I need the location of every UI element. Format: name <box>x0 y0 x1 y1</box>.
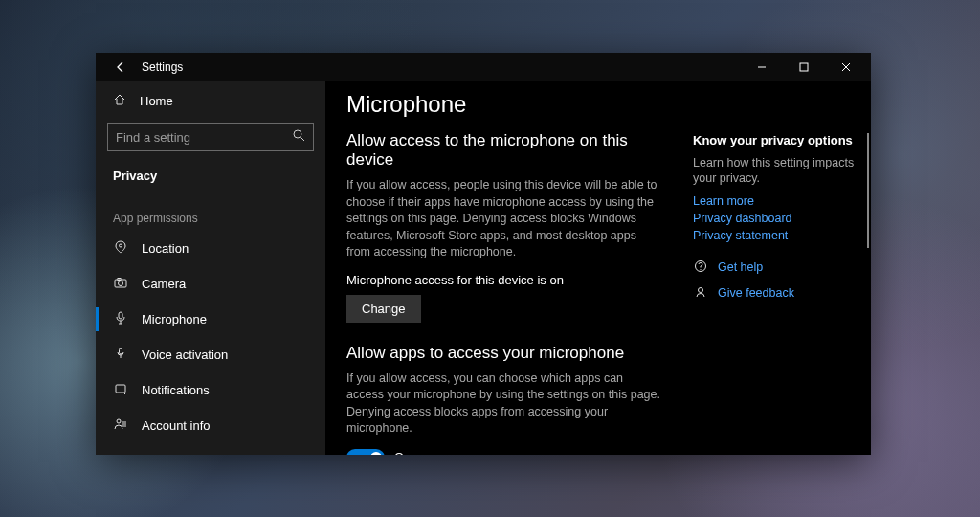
account-icon <box>113 417 128 434</box>
nav-voice-activation[interactable]: Voice activation <box>96 337 325 372</box>
window-title: Settings <box>142 60 183 74</box>
nav-label: Notifications <box>142 383 210 397</box>
privacy-options-heading: Know your privacy options <box>693 133 859 147</box>
learn-more-link[interactable]: Learn more <box>693 194 859 208</box>
titlebar: Settings <box>96 53 871 81</box>
voice-icon <box>113 347 128 363</box>
svg-point-15 <box>700 268 701 269</box>
location-icon <box>113 240 128 257</box>
get-help-row[interactable]: Get help <box>693 259 859 276</box>
nav-location[interactable]: Location <box>96 231 325 266</box>
svg-point-8 <box>119 281 123 286</box>
section1-heading: Allow access to the microphone on this d… <box>346 131 670 169</box>
svg-rect-1 <box>800 63 808 71</box>
nav-label: Camera <box>142 277 186 291</box>
feedback-icon <box>693 285 708 302</box>
group-label: App permissions <box>96 192 325 231</box>
toggle-state-label: On <box>394 450 411 455</box>
nav-label: Location <box>142 241 189 256</box>
change-button[interactable]: Change <box>346 295 421 323</box>
nav-microphone[interactable]: Microphone <box>96 302 325 337</box>
device-access-status: Microphone access for this device is on <box>346 273 670 287</box>
give-feedback-row[interactable]: Give feedback <box>693 285 859 302</box>
section2-desc: If you allow access, you can choose whic… <box>346 371 662 438</box>
microphone-icon <box>113 311 128 327</box>
svg-point-6 <box>120 244 122 247</box>
maximize-button[interactable] <box>783 54 825 80</box>
svg-point-16 <box>699 287 703 292</box>
page-title: Microphone <box>346 91 670 118</box>
back-button[interactable] <box>107 54 134 80</box>
nav-label: Voice activation <box>142 348 228 362</box>
scrollbar[interactable] <box>867 133 869 248</box>
help-icon <box>693 259 708 276</box>
privacy-options-desc: Learn how this setting impacts your priv… <box>693 155 859 187</box>
nav-label: Microphone <box>142 312 207 326</box>
give-feedback-link: Give feedback <box>718 286 794 300</box>
home-label: Home <box>140 94 173 108</box>
minimize-button[interactable] <box>741 54 783 80</box>
nav-account-info[interactable]: Account info <box>96 408 325 443</box>
search-input[interactable] <box>116 130 293 145</box>
home-icon <box>113 93 126 109</box>
svg-rect-10 <box>119 312 122 319</box>
svg-point-13 <box>117 419 121 423</box>
category-label: Privacy <box>96 161 325 192</box>
notifications-icon <box>113 382 128 398</box>
svg-line-5 <box>301 137 304 141</box>
nav-label: Account info <box>142 418 211 433</box>
section1-desc: If you allow access, people using this d… <box>346 177 662 261</box>
svg-rect-12 <box>116 385 125 393</box>
apps-access-toggle[interactable] <box>346 449 385 456</box>
svg-rect-11 <box>120 348 122 354</box>
sidebar: Home Privacy App permissions Location <box>96 81 325 455</box>
main-content: Microphone Allow access to the microphon… <box>325 81 689 455</box>
home-nav[interactable]: Home <box>96 85 325 117</box>
svg-point-4 <box>294 130 301 138</box>
privacy-statement-link[interactable]: Privacy statement <box>693 229 859 242</box>
nav-camera[interactable]: Camera <box>96 266 325 302</box>
right-column: Know your privacy options Learn how this… <box>689 81 871 455</box>
search-box[interactable] <box>107 123 314 151</box>
settings-window: Settings Home <box>96 53 871 455</box>
section2-heading: Allow apps to access your microphone <box>346 344 670 363</box>
close-button[interactable] <box>825 54 867 80</box>
privacy-dashboard-link[interactable]: Privacy dashboard <box>693 212 859 225</box>
get-help-link: Get help <box>718 260 763 274</box>
nav-notifications[interactable]: Notifications <box>96 372 325 408</box>
search-icon <box>293 129 305 145</box>
camera-icon <box>113 276 128 292</box>
